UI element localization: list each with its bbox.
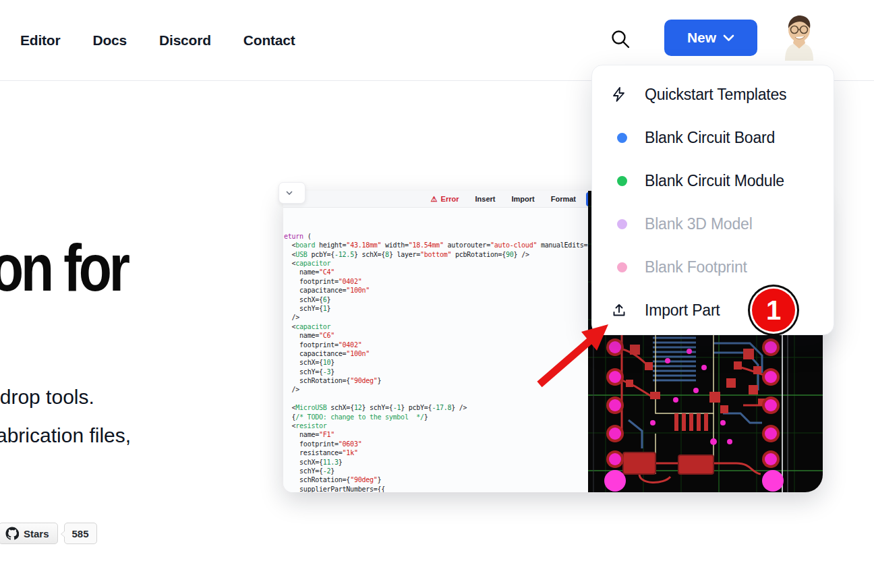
nav-link-editor[interactable]: Editor: [20, 32, 60, 49]
menu-insert: Insert: [475, 195, 496, 203]
step-number: 1: [766, 295, 781, 326]
lightning-bolt-icon: [611, 86, 627, 102]
menu-item-label: Blank Footprint: [645, 258, 747, 276]
chevron-down-icon: [285, 190, 293, 196]
new-button-label: New: [687, 30, 716, 46]
menu-item-label: Quickstart Templates: [645, 86, 786, 104]
search-icon: [610, 29, 631, 49]
warning-triangle-icon: ⚠: [431, 195, 438, 204]
github-octocat-icon: [5, 527, 19, 540]
code-editor-pane: eturn ( <board height="43.18mm" width="1…: [283, 208, 588, 492]
menu-item-blank-circuit-module[interactable]: Blank Circuit Module: [592, 159, 834, 202]
user-avatar[interactable]: [780, 13, 819, 61]
green-dot-icon: [617, 176, 627, 186]
hero-paragraph-line: 'drop tools.: [0, 378, 131, 416]
nav-link-discord[interactable]: Discord: [159, 32, 211, 49]
new-dropdown-menu: Quickstart Templates Blank Circuit Board…: [591, 65, 834, 335]
error-indicator: ⚠ Error: [431, 195, 459, 204]
menu-item-label: Blank Circuit Module: [645, 172, 784, 190]
code-listing: eturn ( <board height="43.18mm" width="1…: [284, 232, 588, 492]
menu-item-label: Import Part: [645, 301, 720, 320]
menu-item-blank-circuit-board[interactable]: Blank Circuit Board: [592, 116, 834, 159]
nav-link-docs[interactable]: Docs: [92, 32, 127, 49]
step-1-badge: 1: [752, 289, 795, 332]
menu-item-label: Blank Circuit Board: [645, 129, 775, 147]
search-button[interactable]: [609, 28, 632, 51]
chevron-down-icon: [723, 34, 734, 42]
hero-paragraph: 'drop tools. abrication files,: [0, 378, 131, 454]
github-stars-button[interactable]: Stars: [0, 523, 58, 544]
menu-item-quickstart-templates[interactable]: Quickstart Templates: [592, 73, 834, 116]
menu-item-import-part[interactable]: Import Part: [592, 289, 834, 332]
editor-toolbar: ⚠ Error Insert Import Format: [283, 191, 588, 208]
nav-link-contact[interactable]: Contact: [243, 32, 295, 49]
nav-links: Editor Docs Discord Contact: [20, 0, 295, 81]
menu-import: Import: [511, 195, 534, 203]
error-label: Error: [441, 195, 459, 203]
star-count-value: 585: [72, 528, 89, 539]
menu-item-blank-footprint[interactable]: Blank Footprint: [592, 245, 834, 289]
pink-dot-icon: [617, 262, 627, 272]
blue-dot-icon: [617, 133, 627, 143]
collapsed-editor-tab[interactable]: [279, 182, 305, 204]
menu-item-blank-3d-model[interactable]: Blank 3D Model: [592, 202, 834, 245]
menu-format: Format: [551, 195, 576, 203]
upload-icon: [611, 302, 627, 318]
stars-label: Stars: [24, 528, 49, 539]
purple-dot-icon: [617, 219, 627, 229]
new-button[interactable]: New: [664, 20, 757, 56]
menu-item-label: Blank 3D Model: [645, 215, 753, 233]
github-star-widget: Stars 585: [0, 523, 97, 544]
star-count[interactable]: 585: [64, 523, 97, 544]
avatar-photo: [780, 13, 819, 61]
hero-paragraph-line: abrication files,: [0, 416, 131, 454]
hero-heading-fragment: on for: [0, 230, 127, 306]
